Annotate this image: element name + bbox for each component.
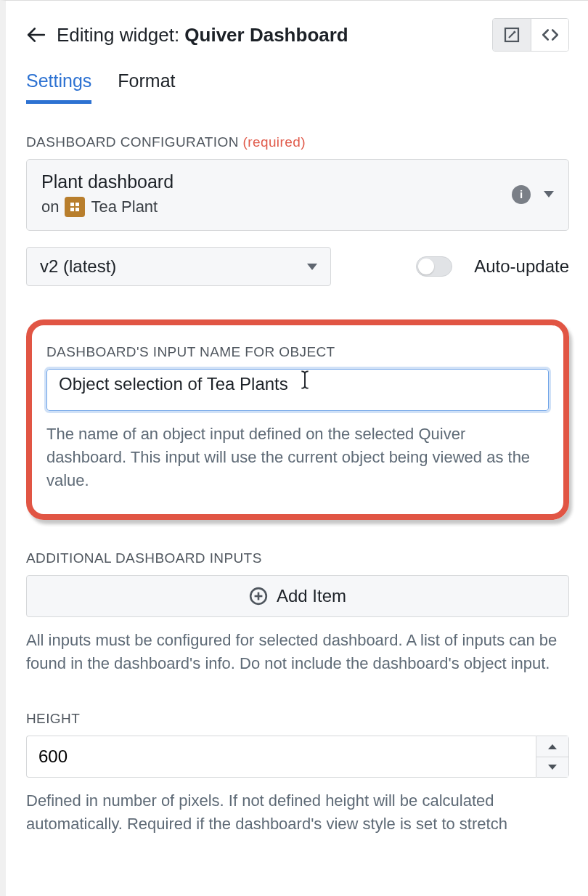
tab-format[interactable]: Format <box>118 70 175 104</box>
chevron-down-icon <box>548 765 557 770</box>
page-title: Editing widget: Quiver Dashboard <box>57 24 482 46</box>
svg-rect-4 <box>70 208 74 211</box>
version-select[interactable]: v2 (latest) <box>26 247 331 286</box>
height-section: HEIGHT Defined in number of pixels. If n… <box>26 711 569 836</box>
input-name-value: Object selection of Tea Plants <box>59 374 288 394</box>
additional-inputs-label: ADDITIONAL DASHBOARD INPUTS <box>26 550 569 566</box>
tab-settings[interactable]: Settings <box>26 70 91 104</box>
height-input[interactable] <box>26 736 536 778</box>
svg-rect-2 <box>70 203 74 206</box>
info-icon[interactable]: i <box>512 185 531 204</box>
version-value: v2 (latest) <box>40 256 116 277</box>
height-stepper <box>536 736 569 778</box>
entity-type-icon <box>65 197 85 217</box>
entity-name: Tea Plant <box>91 197 158 216</box>
on-prefix: on <box>41 197 59 216</box>
dashboard-config-label: DASHBOARD CONFIGURATION (required) <box>26 134 569 150</box>
auto-update-toggle[interactable] <box>416 256 452 277</box>
additional-inputs-section: ADDITIONAL DASHBOARD INPUTS Add Item All… <box>26 550 569 675</box>
add-item-button[interactable]: Add Item <box>26 575 569 617</box>
tabs: Settings Format <box>26 70 569 104</box>
title-name: Quiver Dashboard <box>184 24 348 46</box>
add-item-label: Add Item <box>277 586 346 606</box>
header: Editing widget: Quiver Dashboard <box>26 18 569 52</box>
height-help: Defined in number of pixels. If not defi… <box>26 789 569 836</box>
input-name-help: The name of an object input defined on t… <box>46 423 549 492</box>
stepper-down-button[interactable] <box>536 757 568 778</box>
height-label: HEIGHT <box>26 711 569 727</box>
dashboard-title: Plant dashboard <box>41 171 499 192</box>
stepper-up-button[interactable] <box>536 736 568 757</box>
additional-inputs-help: All inputs must be configured for select… <box>26 629 569 675</box>
chevron-down-icon[interactable] <box>544 191 554 197</box>
auto-update-label: Auto-update <box>474 256 569 277</box>
edit-mode-button[interactable] <box>493 19 531 51</box>
highlighted-section: DASHBOARD'S INPUT NAME FOR OBJECT Object… <box>26 319 569 520</box>
svg-rect-5 <box>75 208 79 211</box>
input-name-field[interactable]: Object selection of Tea Plants <box>46 369 549 411</box>
dashboard-selector[interactable]: Plant dashboard on Tea Plant i <box>26 159 569 231</box>
code-mode-button[interactable] <box>531 19 568 51</box>
back-arrow-icon[interactable] <box>26 25 46 45</box>
required-indicator: (required) <box>239 134 306 150</box>
chevron-down-icon <box>307 264 317 270</box>
input-name-label: DASHBOARD'S INPUT NAME FOR OBJECT <box>46 344 549 360</box>
mode-toggle <box>492 18 569 52</box>
text-cursor-icon <box>300 370 310 394</box>
svg-rect-3 <box>75 203 79 206</box>
chevron-up-icon <box>548 744 557 749</box>
dashboard-config-section: DASHBOARD CONFIGURATION (required) Plant… <box>26 134 569 286</box>
title-prefix: Editing widget: <box>57 24 184 46</box>
